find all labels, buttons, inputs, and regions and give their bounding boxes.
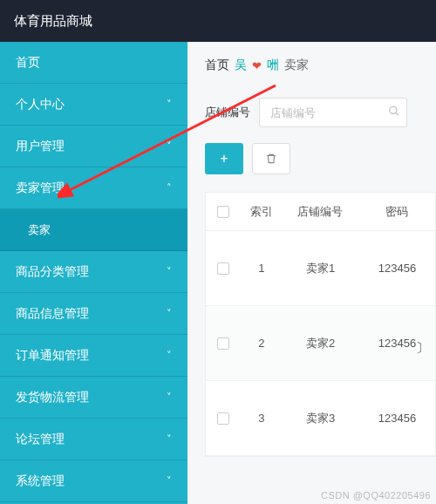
app-title: 体育用品商城 xyxy=(14,13,92,30)
cell-index: 3 xyxy=(242,412,282,425)
heart-icon: ❤ xyxy=(252,59,262,72)
sidebar-item-shipping[interactable]: 发货物流管理 ˅ xyxy=(0,377,187,419)
sidebar-item-home[interactable]: 首页 xyxy=(0,42,187,84)
main-content: 首页 吴❤㖄 卖家 店铺编号 + 索引 店铺编号 密码 xyxy=(187,42,436,504)
search-icon[interactable] xyxy=(388,106,400,120)
select-all-checkbox[interactable] xyxy=(217,206,229,218)
svg-line-1 xyxy=(396,112,399,115)
filter-row: 店铺编号 xyxy=(205,98,436,127)
chevron-down-icon: ˅ xyxy=(167,99,172,110)
app-header: 体育用品商城 xyxy=(0,0,436,42)
row-checkbox[interactable] xyxy=(217,412,229,425)
sidebar-item-ordernotice[interactable]: 订单通知管理 ˅ xyxy=(0,335,187,377)
sidebar-item-forum[interactable]: 论坛管理 ˅ xyxy=(0,419,187,460)
sidebar-item-label: 用户管理 xyxy=(16,139,65,154)
chevron-down-icon: ˅ xyxy=(167,350,172,361)
chevron-down-icon: ˅ xyxy=(167,140,172,152)
table-row: 3 卖家3 123456 xyxy=(206,381,435,456)
action-buttons: + xyxy=(205,143,436,174)
sidebar-item-category[interactable]: 商品分类管理 ˅ xyxy=(0,251,187,293)
svg-point-0 xyxy=(390,106,397,113)
table-row: 1 卖家1 123456 xyxy=(206,231,435,306)
sidebar-item-label: 个人中心 xyxy=(16,97,65,112)
chevron-down-icon: ˅ xyxy=(167,308,172,319)
chevron-up-icon: ˄ xyxy=(167,182,172,194)
data-table: 索引 店铺编号 密码 1 卖家1 123456 2 卖家2 123456 3 卖… xyxy=(205,192,436,457)
watermark: CSDN @QQ402205496 xyxy=(321,490,431,501)
sidebar-item-sellers[interactable]: 卖家管理 ˄ xyxy=(0,167,187,209)
breadcrumb: 首页 吴❤㖄 卖家 xyxy=(205,58,436,73)
sidebar-subitem-seller[interactable]: 卖家 xyxy=(0,209,187,251)
sidebar-item-users[interactable]: 用户管理 ˅ xyxy=(0,126,187,167)
chevron-down-icon: ˅ xyxy=(167,266,172,277)
row-checkbox-cell xyxy=(206,337,242,350)
header-password: 密码 xyxy=(359,204,435,220)
shop-number-input[interactable] xyxy=(259,98,407,127)
filter-label: 店铺编号 xyxy=(205,105,250,120)
layout: 首页 个人中心 ˅ 用户管理 ˅ 卖家管理 ˄ 卖家 商品分类管理 ˅ 商品信息… xyxy=(0,42,436,504)
sidebar-item-label: 首页 xyxy=(16,55,40,71)
chevron-down-icon: ˅ xyxy=(167,475,172,487)
chevron-down-icon: ˅ xyxy=(167,433,172,445)
sidebar-item-system[interactable]: 系统管理 ˅ xyxy=(0,460,187,502)
filter-input-wrap xyxy=(259,98,407,127)
row-checkbox-cell xyxy=(206,262,242,275)
sidebar-item-label: 发货物流管理 xyxy=(16,390,89,405)
breadcrumb-user2: 㖄 xyxy=(267,58,279,73)
sidebar-item-label: 卖家管理 xyxy=(16,180,65,196)
cell-password: 123456 xyxy=(359,262,435,275)
table-header: 索引 店铺编号 密码 xyxy=(206,193,435,231)
sidebar-item-product[interactable]: 商品信息管理 ˅ xyxy=(0,293,187,335)
chevron-down-icon: ˅ xyxy=(167,392,172,403)
header-index: 索引 xyxy=(242,204,282,220)
sidebar: 首页 个人中心 ˅ 用户管理 ˅ 卖家管理 ˄ 卖家 商品分类管理 ˅ 商品信息… xyxy=(0,42,187,504)
header-shop: 店铺编号 xyxy=(282,204,359,220)
cell-index: 2 xyxy=(242,337,282,350)
text-cursor-icon: 〕 xyxy=(416,340,429,357)
row-checkbox[interactable] xyxy=(217,262,229,275)
header-checkbox-cell xyxy=(206,206,242,218)
cell-index: 1 xyxy=(242,262,282,275)
sidebar-item-label: 论坛管理 xyxy=(16,432,65,447)
sidebar-item-label: 订单通知管理 xyxy=(16,348,89,364)
breadcrumb-user1: 吴 xyxy=(235,58,247,73)
breadcrumb-current: 卖家 xyxy=(284,58,309,73)
sidebar-item-label: 商品信息管理 xyxy=(16,306,89,322)
sidebar-item-label: 商品分类管理 xyxy=(16,264,89,280)
sidebar-item-label: 卖家 xyxy=(28,222,51,238)
breadcrumb-home[interactable]: 首页 xyxy=(205,58,229,73)
row-checkbox[interactable] xyxy=(217,337,229,350)
row-checkbox-cell xyxy=(206,412,242,425)
cell-shop: 卖家3 xyxy=(282,411,359,426)
cell-shop: 卖家2 xyxy=(282,336,359,351)
table-row: 2 卖家2 123456 xyxy=(206,306,435,381)
cell-password: 123456 xyxy=(359,412,435,425)
delete-button[interactable] xyxy=(252,143,290,174)
sidebar-item-profile[interactable]: 个人中心 ˅ xyxy=(0,84,187,126)
add-button[interactable]: + xyxy=(205,143,243,174)
cell-shop: 卖家1 xyxy=(282,261,359,276)
sidebar-item-label: 系统管理 xyxy=(16,473,65,489)
